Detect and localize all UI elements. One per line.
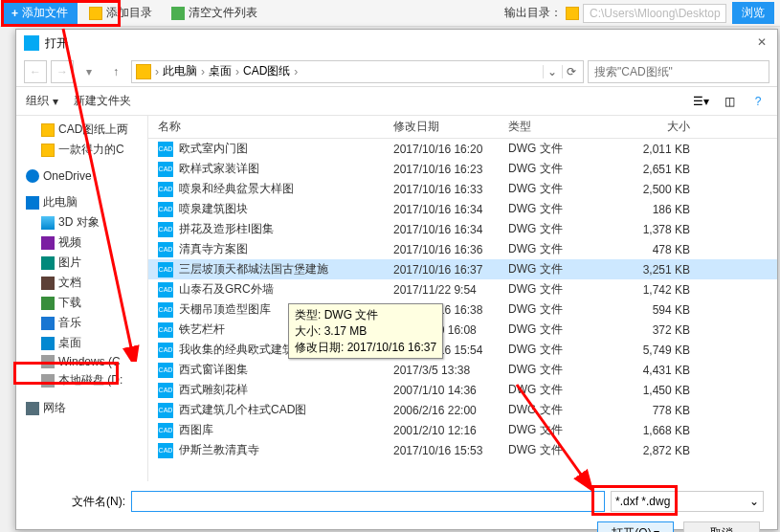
new-folder-button[interactable]: 新建文件夹 bbox=[74, 93, 131, 109]
file-row[interactable]: CAD山泰石及GRC外墙2017/11/22 9:54DWG 文件1,742 K… bbox=[148, 279, 777, 299]
tree-item[interactable]: 此电脑 bbox=[16, 192, 147, 212]
tree-item[interactable]: 网络 bbox=[16, 398, 147, 418]
file-name: 欧式室内门图 bbox=[179, 141, 248, 157]
file-type: DWG 文件 bbox=[508, 221, 613, 237]
annotation-box-addfile bbox=[1, 0, 121, 27]
annotation-box-open bbox=[591, 485, 678, 516]
nav-up-button[interactable]: ↑ bbox=[104, 60, 127, 83]
col-size-header[interactable]: 大小 bbox=[613, 119, 709, 135]
file-list-header: 名称 修改日期 类型 大小 bbox=[148, 116, 777, 139]
file-row[interactable]: CAD欧样式家装详图2017/10/16 16:23DWG 文件2,651 KB bbox=[148, 159, 777, 179]
tree-item[interactable]: 音乐 bbox=[16, 313, 147, 333]
breadcrumb[interactable]: › 此电脑 › 桌面 › CAD图纸 › ⌄ ⟳ bbox=[131, 60, 584, 83]
open-dialog: 打开 ✕ ← → ▾ ↑ › 此电脑 › 桌面 › CAD图纸 › ⌄ ⟳ 组织… bbox=[15, 29, 778, 530]
refresh-icon[interactable]: ⟳ bbox=[562, 65, 579, 78]
clear-list-button[interactable]: 清空文件列表 bbox=[162, 5, 267, 21]
filename-input[interactable] bbox=[131, 491, 605, 512]
dwg-file-icon: CAD bbox=[158, 162, 173, 177]
file-name: 西式建筑几个柱式CAD图 bbox=[179, 402, 306, 418]
file-row[interactable]: CAD欧式室内门图2017/10/16 16:20DWG 文件2,011 KB bbox=[148, 139, 777, 159]
tree-item[interactable]: 图片 bbox=[16, 253, 147, 273]
file-size: 1,742 KB bbox=[613, 283, 709, 297]
cancel-button[interactable]: 取消 bbox=[683, 521, 760, 532]
file-type: DWG 文件 bbox=[508, 161, 613, 177]
recent-dropdown[interactable]: ▾ bbox=[78, 60, 100, 83]
col-date-header[interactable]: 修改日期 bbox=[393, 119, 508, 135]
tree-icon bbox=[41, 236, 55, 250]
tree-icon bbox=[41, 317, 55, 330]
open-label: 打开(O) bbox=[612, 525, 651, 533]
file-size: 5,749 KB bbox=[613, 344, 709, 357]
file-row[interactable]: CAD喷泉建筑图块2017/10/16 16:34DWG 文件186 KB bbox=[148, 199, 777, 219]
tree-item[interactable]: 视频 bbox=[16, 233, 147, 253]
file-row[interactable]: CAD天棚吊顶造型图库2017/10/16 16:38DWG 文件594 KB bbox=[148, 299, 777, 320]
tree-icon bbox=[26, 196, 39, 210]
chevron-right-icon: › bbox=[201, 65, 205, 78]
open-button[interactable]: 打开(O) ▾ bbox=[597, 521, 674, 532]
file-row[interactable]: CAD西式雕刻花样2007/1/10 14:36DWG 文件1,450 KB bbox=[148, 380, 777, 400]
tree-label: 桌面 bbox=[58, 335, 81, 351]
file-name: 西图库 bbox=[179, 422, 213, 438]
annotation-box-desktop bbox=[13, 362, 119, 385]
clear-icon bbox=[171, 7, 185, 20]
file-size: 2,011 KB bbox=[613, 143, 709, 156]
chevron-down-icon[interactable]: ⌄ bbox=[543, 65, 560, 78]
dwg-file-icon: CAD bbox=[158, 403, 173, 418]
dwg-file-icon: CAD bbox=[158, 302, 173, 318]
file-row[interactable]: CAD西式建筑几个柱式CAD图2006/2/16 22:00DWG 文件778 … bbox=[148, 400, 777, 420]
file-row[interactable]: CAD拼花及造形柱l图集2017/10/16 16:34DWG 文件1,378 … bbox=[148, 219, 777, 239]
preview-pane-button[interactable]: ◫ bbox=[720, 92, 739, 111]
tree-item[interactable]: 文档 bbox=[16, 273, 147, 293]
tree-item[interactable]: 一款得力的C bbox=[16, 140, 147, 160]
file-type: DWG 文件 bbox=[508, 342, 613, 358]
tree-icon bbox=[41, 297, 55, 310]
tree-label: 下载 bbox=[58, 295, 81, 311]
breadcrumb-part[interactable]: 桌面 bbox=[209, 63, 232, 79]
dwg-file-icon: CAD bbox=[158, 182, 173, 197]
view-mode-button[interactable]: ☰▾ bbox=[691, 92, 710, 111]
dwg-file-icon: CAD bbox=[158, 242, 173, 257]
file-row[interactable]: CAD清真寺方案图2017/10/16 16:36DWG 文件478 KB bbox=[148, 239, 777, 259]
tree-item[interactable]: CAD图纸上两 bbox=[16, 120, 147, 140]
clear-list-label: 清空文件列表 bbox=[189, 5, 257, 21]
output-dir-label: 输出目录： bbox=[504, 5, 562, 21]
file-date: 2017/10/16 16:33 bbox=[393, 183, 508, 196]
nav-back-button[interactable]: ← bbox=[24, 60, 47, 83]
file-type: DWG 文件 bbox=[508, 281, 613, 298]
search-input[interactable] bbox=[588, 60, 769, 83]
dwg-file-icon: CAD bbox=[158, 262, 173, 277]
file-row[interactable]: CAD西式窗详图集2017/3/5 13:38DWG 文件4,431 KB bbox=[148, 360, 777, 380]
file-row[interactable]: CAD铁艺栏杆2006/6/20 16:08DWG 文件372 KB bbox=[148, 320, 777, 340]
file-row[interactable]: CAD三层坡顶天都城法国古堡建施2017/10/16 16:37DWG 文件3,… bbox=[148, 259, 777, 279]
file-size: 372 KB bbox=[613, 323, 709, 337]
tree-item[interactable]: 下载 bbox=[16, 293, 147, 313]
col-name-header[interactable]: 名称 bbox=[148, 119, 393, 135]
dwg-file-icon: CAD bbox=[158, 423, 173, 438]
file-type: DWG 文件 bbox=[508, 261, 613, 277]
dwg-file-icon: CAD bbox=[158, 363, 173, 378]
file-type: DWG 文件 bbox=[508, 301, 613, 318]
file-name: 拼花及造形柱l图集 bbox=[179, 221, 274, 237]
tree-item[interactable]: 3D 对象 bbox=[16, 212, 147, 233]
breadcrumb-part[interactable]: 此电脑 bbox=[163, 63, 197, 79]
col-type-header[interactable]: 类型 bbox=[508, 119, 613, 135]
organize-menu[interactable]: 组织 ▾ bbox=[26, 93, 58, 109]
dialog-nav: ← → ▾ ↑ › 此电脑 › 桌面 › CAD图纸 › ⌄ ⟳ bbox=[16, 56, 777, 87]
file-tooltip: 类型: DWG 文件 大小: 3.17 MB 修改日期: 2017/10/16 … bbox=[288, 303, 443, 359]
file-row[interactable]: CAD伊斯兰教清真寺2017/10/16 15:53DWG 文件2,872 KB bbox=[148, 440, 777, 460]
file-row[interactable]: CAD西图库2001/2/10 12:16DWG 文件1,668 KB bbox=[148, 420, 777, 440]
nav-forward-button[interactable]: → bbox=[51, 60, 74, 83]
dwg-file-icon: CAD bbox=[158, 142, 173, 157]
tree-item[interactable]: OneDrive bbox=[16, 167, 147, 185]
breadcrumb-part[interactable]: CAD图纸 bbox=[243, 63, 290, 79]
tree-item[interactable]: 桌面 bbox=[16, 333, 147, 353]
file-row[interactable]: CAD喷泉和经典盆景大样图2017/10/16 16:33DWG 文件2,500… bbox=[148, 179, 777, 199]
browse-button[interactable]: 浏览 bbox=[732, 2, 774, 24]
chevron-right-icon: › bbox=[235, 65, 239, 78]
output-path-field[interactable]: C:\Users\Mloong\Desktop bbox=[583, 4, 726, 23]
file-row[interactable]: CAD我收集的经典欧式建筑立面2017/10/16 15:54DWG 文件5,7… bbox=[148, 340, 777, 360]
close-icon[interactable]: ✕ bbox=[754, 35, 769, 51]
help-icon[interactable]: ? bbox=[748, 92, 768, 111]
folder-icon bbox=[136, 64, 151, 79]
tree-icon bbox=[26, 169, 39, 183]
